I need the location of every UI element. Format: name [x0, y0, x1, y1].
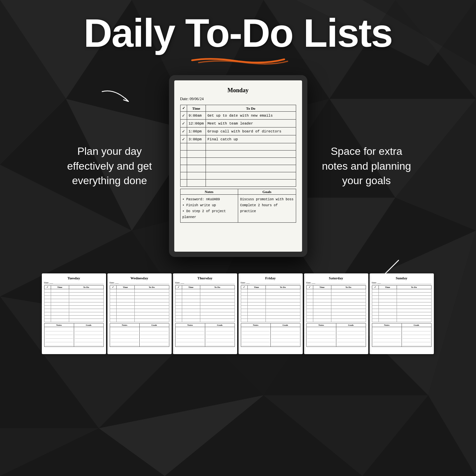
day-page-saturday: Saturday Date: ___ ✓ Time To Do Notes	[304, 273, 368, 354]
col-todo: To Do	[200, 286, 235, 289]
table-row	[175, 316, 235, 319]
day-goals-header: Goals	[336, 323, 366, 327]
table-row	[44, 296, 103, 299]
note-line	[307, 342, 335, 346]
goal-line	[337, 335, 365, 339]
task-time: 12:00pm	[187, 120, 206, 127]
table-row	[372, 299, 431, 302]
day-notes-lines	[372, 327, 402, 347]
note-line	[242, 339, 270, 342]
table-row	[110, 302, 169, 306]
table-row	[306, 299, 366, 302]
task-todo: Group call with board of directors	[206, 127, 296, 135]
note-line	[45, 342, 73, 346]
day-notes-header: Notes	[307, 323, 336, 327]
day-goals-section: Goals	[205, 323, 235, 347]
table-row	[372, 302, 431, 306]
main-title: Daily To-Do Lists	[0, 13, 476, 53]
table-row	[241, 302, 300, 306]
table-row	[175, 309, 235, 312]
middle-section: Plan your day effectively and get everyt…	[0, 75, 476, 257]
day-goals-header: Goals	[205, 323, 235, 327]
day-goals-header: Goals	[271, 323, 300, 327]
day-date-line: Date: ___	[372, 281, 432, 284]
table-row	[306, 302, 366, 306]
day-goals-section: Goals	[271, 323, 300, 347]
left-tagline: Plan your day effectively and get everyt…	[64, 144, 156, 188]
table-row	[44, 306, 103, 309]
day-table: ✓ Time To Do	[44, 285, 104, 322]
note-line	[307, 328, 335, 331]
table-row	[175, 289, 235, 293]
planner-date: Date: 09/06/24	[180, 97, 296, 101]
table-row	[175, 312, 235, 316]
day-table: ✓ Time To Do	[306, 285, 366, 322]
task-todo: Get up to date with new emails	[206, 112, 296, 120]
day-notes-lines	[307, 327, 336, 347]
day-goals-header: Goals	[402, 323, 431, 327]
note-line	[242, 331, 270, 335]
note-line	[176, 331, 204, 335]
goal-line	[206, 342, 234, 346]
table-row	[175, 296, 235, 299]
table-row: ✓ 12:00pm Meet with team leader	[180, 120, 296, 127]
planner-table: ✓ Time To Do ✓ 9:00am Get up to date wit…	[180, 105, 296, 187]
table-row	[110, 289, 169, 293]
task-todo	[206, 143, 296, 151]
col-check: ✓	[44, 286, 51, 289]
day-goals-lines	[74, 327, 103, 347]
col-time: Time	[247, 286, 266, 289]
table-row	[180, 165, 296, 172]
day-goals-section: Goals	[140, 323, 169, 347]
day-page-title: Friday	[241, 276, 300, 280]
day-notes-header: Notes	[372, 323, 402, 327]
arrow-left-decoration	[99, 85, 138, 111]
day-page-wednesday: Wednesday Date: ___ ✓ Time To Do Notes	[107, 273, 172, 354]
note-line	[307, 335, 335, 339]
table-row	[241, 316, 300, 319]
goal-line	[75, 342, 103, 346]
col-time: Time	[51, 286, 69, 289]
table-row: ✓ 9:00am Get up to date with new emails	[180, 112, 296, 120]
day-goals-section: Goals	[74, 323, 103, 347]
day-notes-section: Notes	[176, 323, 205, 347]
planner-day-title: Monday	[180, 87, 296, 94]
table-row	[306, 296, 366, 299]
table-row	[110, 309, 169, 312]
table-row	[44, 319, 103, 322]
header-section: Daily To-Do Lists	[0, 0, 476, 65]
note-line	[242, 335, 270, 339]
table-row	[306, 316, 366, 319]
task-time	[187, 151, 206, 158]
day-page-tuesday: Tuesday Date: ___ ✓ Time To Do Notes	[42, 273, 106, 354]
col-todo: To Do	[206, 105, 296, 112]
task-check: ✓	[180, 127, 187, 135]
col-check: ✓	[110, 286, 116, 289]
date-value: 09/06/24	[190, 97, 204, 101]
task-time: 3:00pm	[187, 135, 206, 143]
task-check: ✓	[180, 135, 187, 143]
task-todo	[206, 151, 296, 158]
table-row	[241, 293, 300, 296]
table-row	[180, 151, 296, 158]
goal-line	[403, 339, 431, 342]
table-row	[110, 296, 169, 299]
day-notes-lines	[44, 327, 74, 347]
day-notes-header: Notes	[176, 323, 205, 327]
table-row	[175, 299, 235, 302]
note-line	[307, 339, 335, 342]
col-todo: To Do	[266, 286, 300, 289]
task-todo	[206, 158, 296, 165]
day-notes-goals: Notes Goals	[110, 323, 169, 347]
table-row	[175, 302, 235, 306]
col-check: ✓	[306, 286, 313, 289]
goals-item: Discuss promotion with boss	[240, 197, 294, 203]
goal-line	[271, 339, 299, 342]
day-notes-lines	[176, 327, 205, 347]
table-row	[306, 309, 366, 312]
notes-header: Notes	[181, 189, 238, 195]
note-line	[45, 328, 73, 331]
task-time: 1:00pm	[187, 127, 206, 135]
day-page-title: Thursday	[175, 276, 235, 280]
col-time: Time	[313, 286, 331, 289]
